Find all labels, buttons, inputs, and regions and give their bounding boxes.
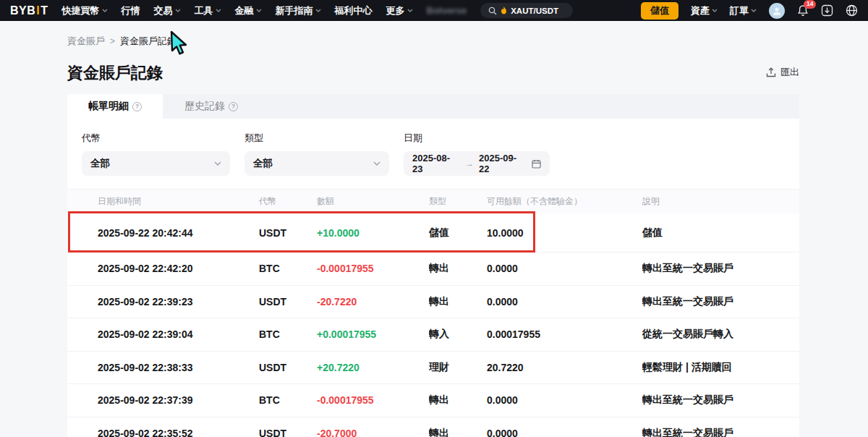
cell-balance: 0.00017955 bbox=[487, 328, 642, 340]
cell-description: 從統一交易賬戶轉入 bbox=[642, 328, 799, 341]
header-description: 說明 bbox=[642, 195, 799, 208]
cell-balance: 20.7220 bbox=[487, 362, 642, 373]
coin-filter-select[interactable]: 全部 bbox=[82, 151, 230, 176]
header-balance: 可用餘額（不含體驗金） bbox=[487, 195, 642, 208]
records-panel: 帳單明細 ? 歷史記錄 ? 代幣 全部 類型 全部 日期 2025-08-23 bbox=[67, 94, 799, 437]
assets-menu[interactable]: 資產 bbox=[691, 4, 718, 17]
cell-amount: -20.7000 bbox=[317, 428, 429, 437]
cell-type: 轉出 bbox=[429, 427, 487, 437]
coin-filter-label: 代幣 bbox=[82, 132, 230, 145]
cell-balance: 0.0000 bbox=[487, 394, 642, 406]
cell-balance: 0.0000 bbox=[487, 263, 642, 274]
orders-menu[interactable]: 訂單 bbox=[730, 4, 757, 17]
date-from: 2025-08-23 bbox=[412, 153, 460, 174]
page-title: 資金賬戶記錄 bbox=[67, 62, 163, 84]
search-icon bbox=[488, 7, 497, 15]
date-range-picker[interactable]: 2025-08-23 → 2025-09-22 bbox=[404, 151, 550, 176]
cell-description: 輕鬆理財 | 活期贖回 bbox=[642, 361, 799, 374]
chevron-down-icon bbox=[256, 9, 262, 12]
cell-datetime: 2025-09-02 22:38:33 bbox=[67, 362, 259, 373]
cell-amount: -20.7220 bbox=[317, 296, 429, 307]
logo-accent-bar: I bbox=[36, 4, 40, 17]
language-globe-icon[interactable] bbox=[846, 4, 858, 17]
cell-type: 儲值 bbox=[429, 226, 487, 239]
chevron-down-icon bbox=[751, 9, 757, 12]
search-trending-pair: XAUT/USDT bbox=[511, 7, 558, 15]
filter-bar: 代幣 全部 類型 全部 日期 2025-08-23 → 2025-09-22 bbox=[67, 119, 799, 189]
flame-icon bbox=[501, 7, 507, 14]
nav-item-markets[interactable]: 行情 bbox=[122, 4, 140, 17]
cell-coin: BTC bbox=[259, 263, 317, 274]
cell-amount: +10.0000 bbox=[317, 227, 429, 239]
cell-type: 轉出 bbox=[429, 262, 487, 275]
cell-datetime: 2025-09-02 22:39:04 bbox=[67, 328, 259, 340]
nav-item-more[interactable]: 更多 bbox=[386, 4, 413, 17]
table-row: 2025-09-02 22:42:20 BTC -0.00017955 轉出 0… bbox=[67, 253, 799, 286]
export-button[interactable]: 匯出 bbox=[766, 66, 799, 79]
notifications-bell[interactable]: 14 bbox=[797, 4, 809, 17]
cell-amount: +0.00017955 bbox=[317, 328, 429, 340]
date-filter: 日期 2025-08-23 → 2025-09-22 bbox=[404, 132, 550, 176]
logo-text-2: T bbox=[41, 4, 48, 17]
tab-strip: 帳單明細 ? 歷史記錄 ? bbox=[67, 94, 799, 119]
chevron-down-icon bbox=[315, 9, 321, 12]
breadcrumb: 資金賬戶 > 資金賬戶記錄 bbox=[67, 35, 176, 48]
cell-description: 儲值 bbox=[642, 226, 799, 239]
cell-balance: 0.0000 bbox=[487, 428, 642, 437]
cell-amount: +20.7220 bbox=[317, 362, 429, 373]
tab-history[interactable]: 歷史記錄 ? bbox=[163, 94, 260, 119]
nav-item-beginner-guide[interactable]: 新手指南 bbox=[276, 4, 321, 17]
deposit-button[interactable]: 儲值 bbox=[641, 2, 678, 20]
cell-coin: BTC bbox=[259, 328, 317, 340]
help-icon[interactable]: ? bbox=[132, 102, 142, 111]
user-avatar[interactable] bbox=[769, 3, 785, 19]
table-row: 2025-09-02 22:38:33 USDT +20.7220 理財 20.… bbox=[67, 352, 799, 385]
nav-item-rewards-hub[interactable]: 福利中心 bbox=[335, 4, 373, 17]
date-to: 2025-09-22 bbox=[479, 153, 527, 174]
chevron-down-icon bbox=[175, 9, 181, 12]
top-navigation: BYBIT 快捷買幣 行情 交易 工具 金融 新手指南 福利中心 更多 Botv… bbox=[0, 0, 868, 21]
cell-coin: USDT bbox=[259, 227, 317, 239]
cell-coin: USDT bbox=[259, 428, 317, 437]
table-row: 2025-09-02 22:35:52 USDT -20.7000 轉出 0.0… bbox=[67, 417, 799, 437]
chevron-down-icon bbox=[102, 9, 108, 12]
cell-type: 轉出 bbox=[429, 295, 487, 308]
download-app-icon[interactable] bbox=[821, 4, 833, 17]
cell-balance: 10.0000 bbox=[487, 227, 642, 239]
table-row: 2025-09-22 20:42:44 USDT +10.0000 儲值 10.… bbox=[67, 213, 799, 253]
header-datetime: 日期和時間 bbox=[67, 195, 259, 208]
cell-type: 理財 bbox=[429, 361, 487, 374]
logo-text: BYB bbox=[10, 4, 35, 17]
cell-coin: BTC bbox=[259, 394, 317, 406]
cell-datetime: 2025-09-02 22:35:52 bbox=[67, 428, 259, 437]
nav-item-trade[interactable]: 交易 bbox=[154, 4, 181, 17]
nav-item-tools[interactable]: 工具 bbox=[195, 4, 221, 17]
nav-item-buy-crypto[interactable]: 快捷買幣 bbox=[62, 4, 108, 17]
chevron-down-icon bbox=[373, 161, 380, 166]
cell-amount: -0.00017955 bbox=[317, 394, 429, 406]
type-filter-select[interactable]: 全部 bbox=[244, 151, 389, 176]
cell-datetime: 2025-09-02 22:37:39 bbox=[67, 394, 259, 406]
cell-type: 轉入 bbox=[429, 328, 487, 341]
export-icon bbox=[766, 67, 776, 77]
nav-item-botverse-blurred[interactable]: Botverse bbox=[427, 5, 467, 16]
tab-statement-details[interactable]: 帳單明細 ? bbox=[67, 94, 163, 119]
cell-amount: -0.00017955 bbox=[317, 263, 429, 274]
table-row: 2025-09-02 22:37:39 BTC -0.00017955 轉出 0… bbox=[67, 384, 799, 417]
chevron-down-icon bbox=[216, 9, 221, 12]
chevron-down-icon bbox=[214, 161, 221, 166]
search-input[interactable]: XAUT/USDT bbox=[480, 3, 573, 18]
cell-description: 轉出至統一交易賬戶 bbox=[642, 394, 799, 407]
cell-type: 轉出 bbox=[429, 394, 487, 407]
breadcrumb-funding-account[interactable]: 資金賬戶 bbox=[67, 35, 105, 48]
nav-item-finance[interactable]: 金融 bbox=[235, 4, 262, 17]
help-icon[interactable]: ? bbox=[229, 102, 238, 111]
type-filter-label: 類型 bbox=[244, 132, 389, 145]
table-row: 2025-09-02 22:39:23 USDT -20.7220 轉出 0.0… bbox=[67, 286, 799, 319]
cell-description: 轉出至統一交易賬戶 bbox=[642, 427, 799, 437]
cell-datetime: 2025-09-02 22:39:23 bbox=[67, 296, 259, 307]
bybit-logo[interactable]: BYBIT bbox=[10, 4, 48, 17]
table-header-row: 日期和時間 代幣 數額 類型 可用餘額（不含體驗金） 說明 bbox=[67, 189, 799, 213]
cell-description: 轉出至統一交易賬戶 bbox=[642, 295, 799, 308]
header-type: 類型 bbox=[429, 195, 487, 208]
